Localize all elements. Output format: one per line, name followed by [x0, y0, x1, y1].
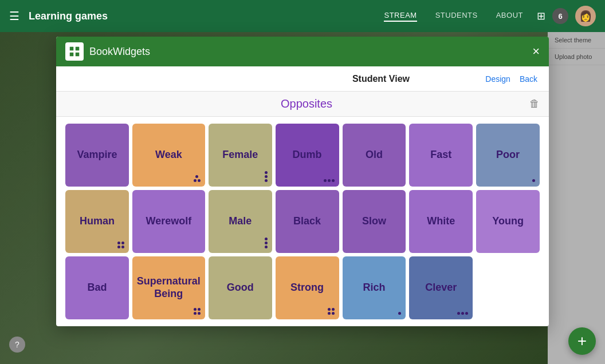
- hamburger-icon[interactable]: ☰: [9, 9, 19, 23]
- card-werewolf[interactable]: Werewolf: [132, 190, 205, 253]
- user-avatar[interactable]: 👩: [575, 6, 596, 26]
- top-nav: ☰ Learning games STREAM STUDENTS ABOUT ⊞…: [0, 0, 605, 32]
- modal-header: BookWidgets ×: [56, 37, 549, 66]
- nav-links: STREAM STUDENTS ABOUT: [384, 11, 523, 22]
- card-vampire[interactable]: Vampire: [65, 124, 129, 187]
- nav-stream[interactable]: STREAM: [384, 11, 417, 22]
- card-human[interactable]: Human: [65, 190, 129, 253]
- design-link[interactable]: Design: [485, 74, 510, 84]
- card-white[interactable]: White: [409, 190, 473, 253]
- card-male[interactable]: Male: [209, 190, 272, 253]
- card-fast[interactable]: Fast: [409, 124, 473, 187]
- widget-titlebar: Opposites 🗑: [56, 92, 549, 117]
- svg-rect-3: [75, 52, 80, 57]
- card-bad[interactable]: Bad: [65, 256, 129, 319]
- card-clever[interactable]: Clever: [409, 256, 473, 319]
- nav-students[interactable]: STUDENTS: [435, 11, 478, 22]
- card-poor[interactable]: Poor: [476, 124, 540, 187]
- card-supernatural[interactable]: Supernatural Being: [132, 256, 205, 319]
- trash-icon[interactable]: 🗑: [529, 98, 540, 110]
- nav-icons: ⊞ 6 👩: [537, 6, 596, 26]
- modal-brand-name: BookWidgets: [89, 46, 532, 58]
- card-slow[interactable]: Slow: [343, 190, 406, 253]
- modal-subheader-links: Design Back: [485, 74, 537, 84]
- cards-area: Vampire Weak Female: [56, 117, 549, 326]
- svg-rect-0: [69, 46, 74, 51]
- card-weak[interactable]: Weak: [132, 124, 205, 187]
- card-female[interactable]: Female: [209, 124, 272, 187]
- card-dumb[interactable]: Dumb: [276, 124, 339, 187]
- student-view-label: Student View: [277, 74, 486, 84]
- bookwidgets-logo: [65, 42, 84, 61]
- svg-rect-1: [75, 46, 80, 51]
- app-title: Learning games: [29, 10, 108, 22]
- widget-title: Opposites: [84, 97, 529, 110]
- card-old[interactable]: Old: [343, 124, 406, 187]
- modal-overlay: BookWidgets × Student View Design Back O…: [0, 32, 605, 364]
- add-button[interactable]: +: [568, 327, 596, 355]
- card-good[interactable]: Good: [209, 256, 272, 319]
- card-rich[interactable]: Rich: [343, 256, 406, 319]
- grid-icon[interactable]: ⊞: [537, 10, 545, 22]
- modal-subheader: Student View Design Back: [56, 66, 549, 92]
- back-link[interactable]: Back: [520, 74, 537, 84]
- card-strong[interactable]: Strong: [276, 256, 339, 319]
- help-button[interactable]: ?: [9, 337, 25, 353]
- empty-slot: [476, 256, 540, 319]
- card-young[interactable]: Young: [476, 190, 540, 253]
- cards-grid: Vampire Weak Female: [65, 124, 540, 319]
- notification-badge[interactable]: 6: [552, 8, 568, 24]
- modal: BookWidgets × Student View Design Back O…: [56, 37, 549, 326]
- svg-rect-2: [69, 52, 74, 57]
- nav-about[interactable]: ABOUT: [496, 11, 523, 22]
- modal-close-button[interactable]: ×: [532, 45, 540, 58]
- card-black[interactable]: Black: [276, 190, 339, 253]
